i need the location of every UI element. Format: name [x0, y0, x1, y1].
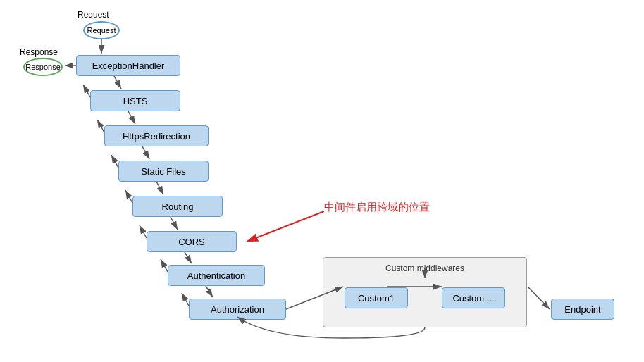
- custom-group-label: Custom middlewares: [323, 263, 526, 273]
- response-oval: Response: [23, 58, 63, 76]
- custom1-box: Custom1: [345, 287, 408, 308]
- authentication-box: Authentication: [168, 265, 265, 286]
- svg-line-12: [97, 120, 104, 132]
- svg-line-8: [185, 252, 192, 263]
- response-label: Response: [25, 63, 61, 71]
- authorization-box: Authorization: [189, 299, 286, 320]
- svg-line-22: [247, 211, 324, 242]
- svg-line-17: [182, 293, 189, 306]
- exception-handler-box: ExceptionHandler: [76, 55, 180, 76]
- svg-line-20: [528, 287, 550, 309]
- svg-line-7: [171, 217, 178, 230]
- svg-line-16: [161, 259, 168, 272]
- response-title: Response: [20, 47, 58, 57]
- hsts-box: HSTS: [90, 90, 180, 111]
- svg-line-11: [83, 85, 90, 97]
- svg-line-14: [125, 190, 132, 203]
- svg-line-3: [114, 76, 121, 89]
- request-label: Request: [87, 26, 116, 35]
- svg-line-13: [111, 155, 118, 168]
- svg-line-5: [142, 146, 149, 159]
- annotation-text: 中间件启用跨域的位置: [324, 201, 430, 214]
- routing-box: Routing: [132, 196, 223, 217]
- svg-line-6: [156, 182, 163, 194]
- svg-line-9: [206, 286, 213, 297]
- diagram-container: Request Response ExceptionHandler HSTS H…: [0, 0, 644, 362]
- https-redirection-box: HttpsRedirection: [104, 125, 209, 146]
- custom2-box: Custom ...: [442, 287, 505, 308]
- cors-box: CORS: [147, 231, 237, 252]
- svg-line-15: [140, 225, 147, 238]
- endpoint-box: Endpoint: [551, 299, 614, 320]
- static-files-box: Static Files: [118, 161, 209, 182]
- custom-middlewares-group: Custom middlewares Custom1 Custom ...: [323, 257, 527, 327]
- svg-line-4: [128, 111, 135, 124]
- request-title: Request: [78, 10, 109, 20]
- request-oval: Request: [83, 21, 120, 39]
